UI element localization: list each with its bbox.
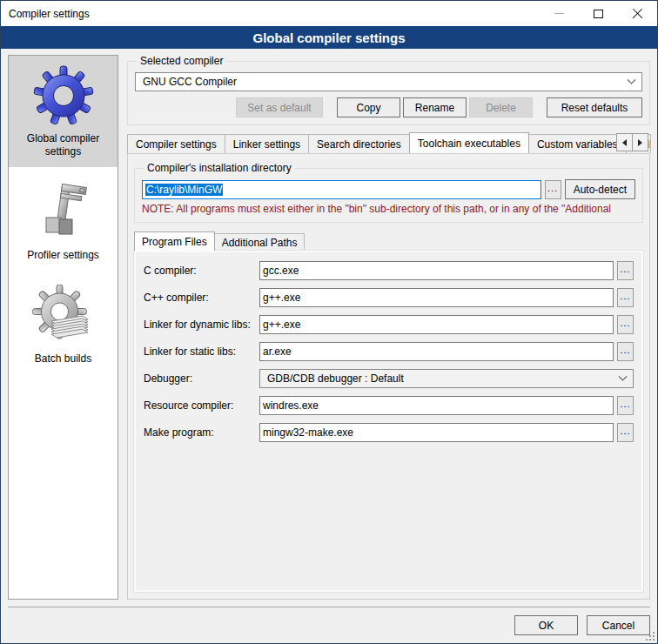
dialog-body: Global compiler settings [1, 49, 657, 607]
sidebar-item-label: Profiler settings [11, 249, 115, 262]
compiler-buttons-row: Set as default Copy Rename Delete Reset … [135, 97, 642, 117]
program-files-panel: C compiler: gcc.exe ... C++ compiler: g+… [134, 251, 643, 592]
make-program-input[interactable]: mingw32-make.exe [259, 423, 614, 442]
maximize-icon [594, 10, 603, 18]
compiler-select[interactable]: GNU GCC Compiler [135, 72, 642, 91]
set-as-default-button[interactable]: Set as default [236, 97, 323, 117]
make-program-row: Make program: mingw32-make.exe ... [144, 423, 634, 442]
dynamic-linker-label: Linker for dynamic libs: [144, 319, 259, 331]
cpp-compiler-label: C++ compiler: [144, 292, 259, 304]
installation-directory-browse-button[interactable]: ... [545, 180, 561, 199]
settings-tabs: Compiler settings Linker settings Search… [127, 132, 650, 153]
cpp-compiler-browse-button[interactable]: ... [617, 288, 634, 307]
auto-detect-button[interactable]: Auto-detect [565, 179, 635, 199]
blue-gear-icon [11, 63, 115, 129]
tab-scroll-right-button[interactable] [632, 133, 648, 151]
tab-custom-variables[interactable]: Custom variables [528, 134, 627, 153]
sidebar-item-batch-builds[interactable]: Batch builds [9, 276, 118, 374]
c-compiler-input[interactable]: gcc.exe [259, 261, 614, 280]
installation-directory-input[interactable]: C:\raylib\MinGW [142, 180, 541, 199]
reset-defaults-button[interactable]: Reset defaults [547, 97, 642, 117]
minimize-icon [554, 13, 564, 14]
ok-button[interactable]: OK [514, 615, 578, 635]
sidebar-item-profiler-settings[interactable]: Profiler settings [9, 172, 118, 271]
make-program-value: mingw32-make.exe [263, 426, 353, 439]
arrow-left-icon [622, 139, 627, 146]
sidebar-item-global-compiler-settings[interactable]: Global compiler settings [9, 56, 118, 167]
dialog-footer: OK Cancel [8, 607, 650, 643]
dynamic-linker-browse-button[interactable]: ... [617, 315, 634, 334]
static-linker-label: Linker for static libs: [144, 345, 259, 358]
make-program-label: Make program: [144, 426, 259, 439]
main-panel: Selected compiler GNU GCC Compiler Set a… [127, 55, 650, 600]
cancel-button[interactable]: Cancel [587, 615, 650, 635]
bin-subdirectory-note: NOTE: All programs must exist either in … [142, 203, 635, 215]
resize-grip[interactable] [646, 632, 655, 641]
tab-scroll-left-button[interactable] [616, 133, 633, 151]
static-linker-input[interactable]: ar.exe [259, 342, 614, 361]
installation-directory-value: C:\raylib\MinGW [145, 184, 223, 196]
tab-program-files[interactable]: Program Files [134, 231, 215, 251]
arrow-right-icon [638, 139, 642, 146]
tab-linker-settings[interactable]: Linker settings [225, 134, 309, 153]
sidebar: Global compiler settings [8, 55, 118, 600]
compiler-select-value: GNU GCC Compiler [143, 76, 237, 88]
maximize-button[interactable] [579, 1, 618, 26]
dynamic-linker-input[interactable]: g++.exe [259, 315, 614, 334]
tab-search-directories[interactable]: Search directories [308, 134, 410, 153]
static-linker-row: Linker for static libs: ar.exe ... [144, 342, 634, 361]
debugger-label: Debugger: [144, 372, 259, 385]
copy-button[interactable]: Copy [337, 97, 400, 117]
caliper-icon [11, 179, 115, 245]
chevron-down-icon [619, 372, 628, 380]
installation-directory-row: C:\raylib\MinGW ... Auto-detect [142, 179, 635, 199]
c-compiler-browse-button[interactable]: ... [617, 261, 634, 280]
tab-compiler-settings[interactable]: Compiler settings [127, 134, 225, 153]
rename-button[interactable]: Rename [403, 97, 467, 117]
chevron-down-icon [628, 75, 636, 84]
resource-compiler-input[interactable]: windres.exe [259, 396, 614, 415]
close-button[interactable] [618, 1, 657, 26]
window-controls [540, 1, 657, 26]
static-linker-browse-button[interactable]: ... [617, 342, 634, 361]
sidebar-item-label: Batch builds [11, 352, 115, 366]
resource-compiler-value: windres.exe [263, 399, 319, 412]
window-title: Compiler settings [1, 8, 90, 20]
tab-scroll-buttons [617, 133, 648, 151]
program-tabs: Program Files Additional Paths [134, 231, 643, 251]
cpp-compiler-value: g++.exe [263, 292, 300, 304]
debugger-select[interactable]: GDB/CDB debugger : Default [259, 369, 634, 388]
selected-compiler-group: Selected compiler GNU GCC Compiler Set a… [127, 55, 650, 125]
installation-directory-group: Compiler's installation directory C:\ray… [134, 162, 643, 223]
cpp-compiler-row: C++ compiler: g++.exe ... [144, 288, 634, 307]
c-compiler-row: C compiler: gcc.exe ... [144, 261, 634, 280]
resource-compiler-browse-button[interactable]: ... [617, 396, 634, 415]
tab-toolchain-executables[interactable]: Toolchain executables [409, 132, 529, 153]
titlebar[interactable]: Compiler settings [1, 1, 657, 26]
cpp-compiler-input[interactable]: g++.exe [259, 288, 614, 307]
selected-compiler-group-label: Selected compiler [138, 55, 225, 67]
gray-gear-stack-icon [11, 283, 115, 349]
page-title: Global compiler settings [1, 26, 657, 49]
close-icon [632, 8, 643, 19]
make-program-browse-button[interactable]: ... [617, 423, 634, 442]
resource-compiler-label: Resource compiler: [144, 399, 259, 412]
minimize-button[interactable] [540, 1, 579, 26]
c-compiler-value: gcc.exe [263, 265, 299, 277]
dynamic-linker-row: Linker for dynamic libs: g++.exe ... [144, 315, 634, 334]
c-compiler-label: C compiler: [144, 265, 259, 277]
installation-directory-group-label: Compiler's installation directory [144, 162, 294, 174]
debugger-row: Debugger: GDB/CDB debugger : Default [144, 369, 634, 388]
resource-compiler-row: Resource compiler: windres.exe ... [144, 396, 634, 415]
static-linker-value: ar.exe [263, 345, 292, 358]
sidebar-item-label: Global compiler settings [11, 132, 115, 158]
delete-button[interactable]: Delete [469, 97, 533, 117]
dynamic-linker-value: g++.exe [263, 319, 300, 331]
compiler-settings-dialog: Compiler settings Global compiler settin… [0, 0, 658, 644]
tab-additional-paths[interactable]: Additional Paths [214, 233, 306, 251]
debugger-value: GDB/CDB debugger : Default [267, 372, 404, 385]
toolchain-executables-page: Compiler's installation directory C:\ray… [127, 153, 650, 600]
